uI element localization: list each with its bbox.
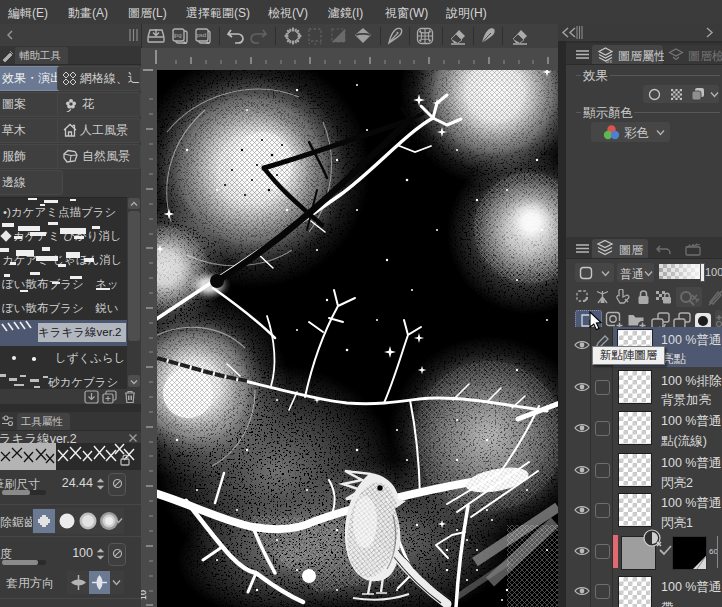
svg-text:jpg: jpg: [173, 32, 182, 38]
svg-text:10: 10: [141, 590, 148, 600]
svg-text:x: x: [610, 58, 613, 64]
svg-text:psd: psd: [197, 32, 207, 38]
